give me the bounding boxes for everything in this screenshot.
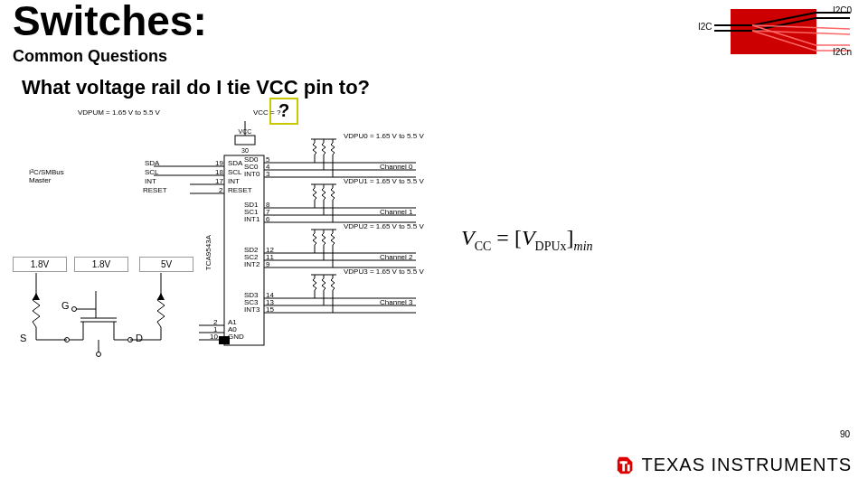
ch1-v: VDPU1 = 1.65 V to 5.5 V xyxy=(344,177,424,185)
ch0-v: VDPU0 = 1.65 V to 5.5 V xyxy=(344,132,424,140)
ic-schematic: VCC 30 xyxy=(154,108,425,371)
num-17: 17 xyxy=(215,177,223,185)
vcc-label: VCC = ? xyxy=(253,108,280,117)
ch1-int: INT1 xyxy=(244,215,259,223)
chip-int: INT xyxy=(228,177,240,185)
pin-reset: RESET xyxy=(143,186,167,194)
pin-sda: SDA xyxy=(145,159,159,167)
eq-lhs-sub: CC xyxy=(475,239,492,253)
chip-reset: RESET xyxy=(228,186,252,194)
ch3-label: Channel 3 xyxy=(380,298,412,306)
slide-title: Switches: xyxy=(13,0,207,45)
svg-marker-15 xyxy=(33,293,40,300)
num-2: 2 xyxy=(219,186,222,194)
pin-int: INT xyxy=(145,177,156,185)
icon-label-left: I2C xyxy=(698,22,712,32)
ic-svg: VCC 30 xyxy=(154,108,425,371)
vdpum-label: VDPUM = 1.65 V to 5.5 V xyxy=(78,108,160,117)
pin-scl: SCL xyxy=(145,168,159,176)
ch3-n2: 15 xyxy=(266,305,274,314)
ch0-int: INT0 xyxy=(244,170,259,178)
ch3-v: VDPU3 = 1.65 V to 5.5 V xyxy=(344,267,424,276)
ch1-label: Channel 1 xyxy=(380,208,412,216)
num-19: 19 xyxy=(215,159,223,167)
part-number: TCA9543A xyxy=(204,235,212,270)
addr-n2: 10 xyxy=(210,333,218,341)
num-18: 18 xyxy=(215,168,223,176)
icon-label-bottom-right: I2Cn xyxy=(833,47,852,57)
svg-rect-35 xyxy=(235,136,255,145)
eq-rhs-sub: DPUx xyxy=(535,239,567,253)
master-label: I²C/SMBus Master xyxy=(29,168,83,184)
eq-lhs-sym: V xyxy=(461,226,475,249)
eq-close: ] xyxy=(567,226,574,249)
ch1-n2: 6 xyxy=(266,215,269,223)
addr-gnd: GND xyxy=(228,333,244,341)
ti-brand-text: TEXAS INSTRUMENTS xyxy=(641,455,852,475)
eq-open: [ xyxy=(514,226,522,249)
chip-sda: SDA xyxy=(228,159,242,167)
icon-label-top-right: I2C0 xyxy=(833,5,852,15)
svg-point-20 xyxy=(72,307,77,312)
ch2-label: Channel 2 xyxy=(380,253,412,261)
svg-point-33 xyxy=(97,352,101,357)
ch2-v: VDPU2 = 1.65 V to 5.5 V xyxy=(344,222,424,230)
ti-logo: TEXAS INSTRUMENTS xyxy=(616,455,852,475)
svg-rect-66 xyxy=(620,461,627,464)
i2c-fanout-icon: I2C I2C0 I2Cn xyxy=(698,5,852,60)
ch0-n2: 3 xyxy=(266,170,269,178)
ch3-int: INT3 xyxy=(244,305,259,314)
ch0-label: Channel 0 xyxy=(380,163,412,171)
eq-equals: = xyxy=(491,226,514,249)
chip-scl: SCL xyxy=(228,168,242,176)
eq-min: min xyxy=(574,239,593,253)
slide-subtitle: Common Questions xyxy=(13,47,167,66)
vcc-equation: VCC = [VDPUx]min xyxy=(461,226,593,254)
eq-rhs-sym: V xyxy=(522,226,535,249)
icon-svg xyxy=(698,5,852,60)
page-number: 90 xyxy=(840,429,850,439)
ti-chip-icon xyxy=(616,455,636,475)
ch2-n2: 9 xyxy=(266,260,269,268)
svg-text:30: 30 xyxy=(241,147,249,154)
ch2-int: INT2 xyxy=(244,260,259,268)
svg-rect-67 xyxy=(627,465,630,471)
slide-question: What voltage rail do I tie VCC pin to? xyxy=(22,76,370,99)
